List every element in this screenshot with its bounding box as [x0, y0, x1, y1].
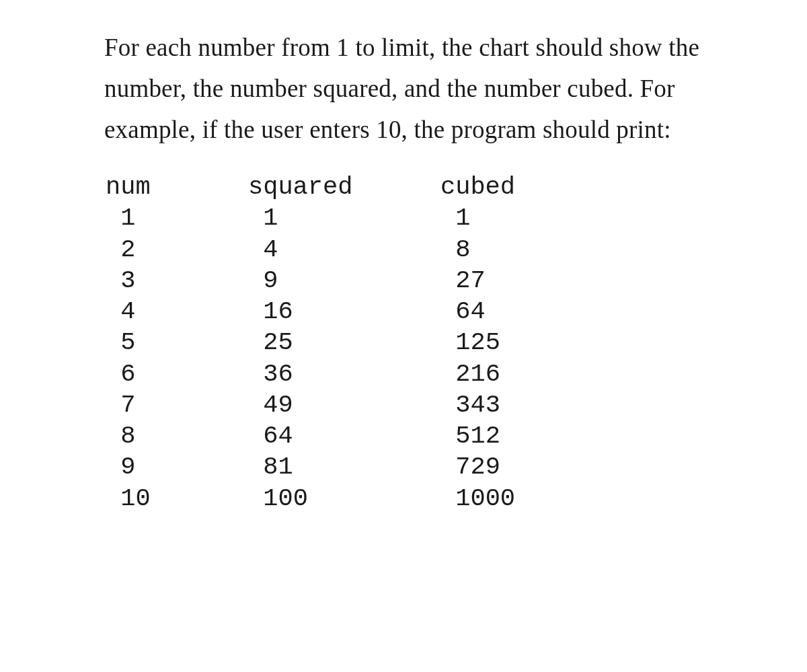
table-row: 5 25 125: [106, 327, 713, 358]
cell-cubed: 729: [440, 451, 713, 482]
header-num: num: [106, 172, 248, 202]
cell-squared: 25: [248, 327, 440, 358]
cell-cubed: 1000: [440, 483, 713, 514]
description-text: For each number from 1 to limit, the cha…: [104, 27, 713, 150]
cell-squared: 81: [248, 451, 440, 482]
cell-num: 6: [106, 359, 248, 389]
table-row: 6 36 216: [106, 359, 713, 389]
cell-cubed: 64: [440, 296, 713, 327]
cell-squared: 9: [248, 265, 440, 296]
cell-num: 2: [106, 234, 248, 265]
table-row: 1 1 1: [106, 202, 713, 233]
cell-num: 5: [106, 327, 248, 358]
table-row: 9 81 729: [106, 451, 713, 482]
table-header-row: num squared cubed: [106, 172, 713, 202]
cell-num: 3: [106, 265, 248, 296]
table-row: 3 9 27: [106, 265, 713, 296]
table-row: 2 4 8: [106, 234, 713, 265]
output-table: num squared cubed 1 1 1 2 4 8 3 9 27 4 1…: [104, 172, 713, 514]
table-row: 7 49 343: [106, 389, 713, 420]
cell-cubed: 125: [440, 327, 713, 358]
cell-cubed: 343: [440, 389, 713, 420]
cell-num: 10: [106, 483, 248, 514]
header-cubed: cubed: [440, 172, 713, 202]
cell-squared: 16: [248, 296, 440, 327]
header-squared: squared: [248, 172, 440, 202]
cell-cubed: 512: [440, 420, 713, 451]
cell-num: 4: [106, 296, 248, 327]
cell-squared: 49: [248, 389, 440, 420]
cell-num: 8: [106, 420, 248, 451]
cell-squared: 100: [248, 483, 440, 514]
cell-squared: 4: [248, 234, 440, 265]
cell-cubed: 216: [440, 359, 713, 389]
cell-num: 7: [106, 389, 248, 420]
table-row: 4 16 64: [106, 296, 713, 327]
table-row: 8 64 512: [106, 420, 713, 451]
cell-squared: 36: [248, 359, 440, 389]
cell-cubed: 27: [440, 265, 713, 296]
cell-num: 9: [106, 451, 248, 482]
table-row: 10 100 1000: [106, 483, 713, 514]
cell-squared: 1: [248, 202, 440, 233]
cell-cubed: 1: [440, 202, 713, 233]
cell-squared: 64: [248, 420, 440, 451]
cell-cubed: 8: [440, 234, 713, 265]
cell-num: 1: [106, 202, 248, 233]
